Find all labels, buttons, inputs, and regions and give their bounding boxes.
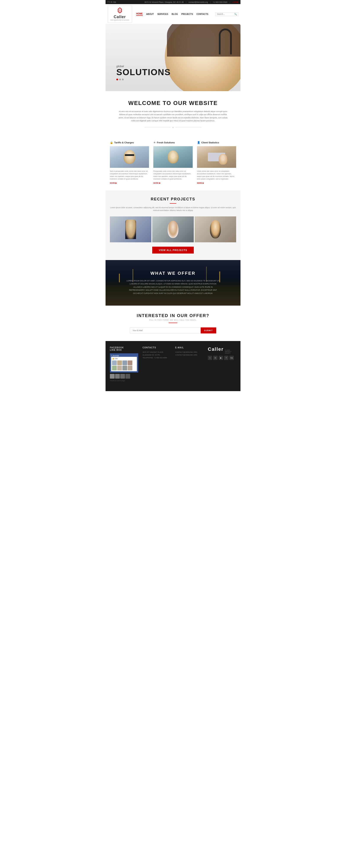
welcome-section: WELCOME TO OUR WEBSITE At vero eos et ac… (106, 91, 240, 137)
top-bar-left: f t in rss (108, 1, 116, 3)
fresh-image (153, 146, 193, 168)
fb-face-small-1 (110, 374, 115, 379)
fb-face-5 (112, 366, 117, 370)
feature-tariffs-title: 🔒 Tariffs & Charges (110, 141, 149, 144)
fresh-more[interactable]: MORE ▶ (153, 182, 193, 184)
footer-contacts: CONTACTS 3670 ST VINCENT PLACE,GLASGOW D… (143, 346, 171, 381)
fb-face-6 (117, 366, 122, 370)
twitter-icon[interactable]: t (109, 1, 110, 3)
welcome-title: WELCOME TO OUR WEBSITE (118, 100, 228, 106)
nav-home[interactable]: HOME (136, 12, 143, 16)
offer-section: WHAT WE OFFER LOREM IPSUM DOLOR SIT AMET… (106, 260, 240, 306)
fb-face-4 (127, 361, 132, 365)
email-text: contact@demoiink.org (189, 1, 208, 3)
logo-icon (117, 7, 123, 13)
search-input[interactable] (217, 13, 234, 15)
projects-section: RECENT PROJECTS Lorem ipsum dolor sit am… (106, 190, 240, 260)
logo-text: Caller (111, 15, 129, 19)
phone-text: +1 800 559 5580 (213, 1, 228, 3)
svg-marker-1 (119, 9, 121, 12)
hero-dot-1[interactable] (116, 79, 118, 80)
footer-email-title: E-MAIL (175, 346, 203, 349)
footer-logo-wrap: Caller © 2015 PRIVACY POLICY (208, 346, 236, 354)
project-image-3 (195, 216, 236, 242)
divider-dot (172, 127, 174, 128)
footer-linkedin-icon[interactable]: in (213, 356, 218, 360)
hero-content: global SOLUTIONS (116, 65, 171, 80)
interested-section: INTERESTED IN OUR OFFER? FILL IN THIS FO… (106, 306, 240, 341)
fb-face-2 (117, 361, 122, 365)
email-input[interactable] (130, 328, 201, 334)
footer-email: E-MAIL CONTACT@OEMLINK.ORG CONTACT@OEMLI… (175, 346, 203, 381)
hero-dot-2[interactable] (119, 79, 121, 80)
project-image-1 (110, 216, 151, 242)
welcome-divider (118, 127, 228, 128)
client-icon: 👤 (197, 141, 200, 144)
fb-faces (112, 361, 136, 370)
linkedin-icon[interactable]: in (111, 1, 112, 3)
nav-services[interactable]: SERVICES (157, 13, 168, 16)
footer-rss-icon[interactable]: rss (229, 356, 234, 360)
feature-fresh-title: ★ Fresh Solutions (153, 141, 193, 144)
project-image-2 (152, 216, 194, 242)
feature-tariffs: 🔒 Tariffs & Charges Sed ut perspiciatis … (110, 141, 149, 184)
submit-button[interactable]: SUBMIT (201, 328, 217, 334)
interested-title: INTERESTED IN OUR OFFER? (110, 313, 236, 318)
projects-title: RECENT PROJECTS (110, 197, 236, 202)
social-icons: f t in rss (108, 1, 116, 3)
fb-face-small-4 (125, 374, 130, 379)
fresh-label: Fresh Solutions (157, 141, 175, 144)
fb-face-3 (122, 361, 127, 365)
search-bar: 🔍 (215, 12, 238, 16)
features-section: 🔒 Tariffs & Charges Sed ut perspiciatis … (106, 137, 240, 190)
search-icon[interactable]: 🔍 (234, 13, 237, 16)
facebook-icon[interactable]: f (108, 1, 108, 3)
nav-projects[interactable]: PROJECTS (181, 13, 193, 16)
tariffs-more[interactable]: MORE ▶ (110, 182, 149, 184)
top-bar-right: 3670 St Vincent Place, Glasgow, DC 45 Fr… (144, 1, 238, 3)
footer-social-icons: t in ▶ f rss (208, 356, 236, 360)
interested-divider (169, 323, 177, 323)
projects-divider (170, 203, 176, 204)
fresh-text: Perspiciatis unde omnis iste natus error… (153, 170, 193, 180)
fb-face-small-3 (120, 374, 125, 379)
hero-dot-3[interactable] (122, 79, 124, 80)
address-text: 3670 St Vincent Place, Glasgow, DC 45 Fr… (144, 1, 184, 3)
interested-subtitle: FILL IN THIS FORM. WE WILL CALL YOU BACK… (110, 319, 236, 321)
footer: FACEBOOK LIKE BOX f Joomla! 👍 Like (106, 341, 240, 391)
feature-fresh: ★ Fresh Solutions Perspiciatis unde omni… (153, 141, 193, 184)
footer-contacts-title: CONTACTS (143, 346, 171, 349)
rss-icon[interactable]: rss (113, 1, 116, 3)
footer-email-text: CONTACT@OEMLINK.ORG CONTACT@OEMLINK.ORG (175, 351, 203, 356)
hero-image (106, 24, 240, 91)
footer-twitter-icon[interactable]: t (208, 356, 212, 360)
projects-subtitle: Lorem ipsum dolor sit amet, consectetur … (110, 206, 236, 212)
fb-face-7 (122, 366, 127, 370)
email-form: SUBMIT (130, 328, 216, 334)
footer-facebook: FACEBOOK LIKE BOX f Joomla! 👍 Like (110, 346, 138, 381)
footer-grid: FACEBOOK LIKE BOX f Joomla! 👍 Like (110, 346, 236, 381)
footer-logo-col: Caller © 2015 PRIVACY POLICY t in ▶ f rs… (208, 346, 236, 381)
hero-dots (116, 79, 171, 80)
fb-plugin-label: Facebook social plugin (110, 380, 138, 381)
welcome-text: At vero eos et accusamus et iusto odio d… (118, 110, 228, 122)
footer-youtube-icon[interactable]: ▶ (219, 356, 223, 360)
hero-section: global SOLUTIONS (106, 24, 240, 91)
view-all-button[interactable]: View all projects (152, 247, 194, 253)
nav-about[interactable]: ABOUT (146, 13, 154, 16)
client-image (197, 146, 236, 168)
tariffs-icon: 🔒 (110, 141, 113, 144)
main-nav: HOME ABOUT SERVICES BLOG PROJECTS CONTAC… (136, 12, 215, 16)
top-bar: f t in rss 3670 St Vincent Place, Glasgo… (106, 0, 240, 4)
footer-logo: Caller (208, 346, 224, 352)
tariffs-image (110, 146, 149, 168)
footer-facebook-icon[interactable]: f (224, 356, 228, 360)
fb-more-faces (110, 374, 138, 379)
fb-face-small-2 (115, 374, 120, 379)
nav-contacts[interactable]: CONTACTS (196, 13, 208, 16)
client-text: Unde omnis iste natus error sit voluptat… (197, 170, 236, 180)
client-more[interactable]: MORE ▶ (197, 182, 236, 184)
fb-widget: f Joomla! 👍 Like (110, 353, 138, 373)
login-link[interactable]: LOGIN (232, 1, 238, 3)
nav-blog[interactable]: BLOG (172, 13, 178, 16)
